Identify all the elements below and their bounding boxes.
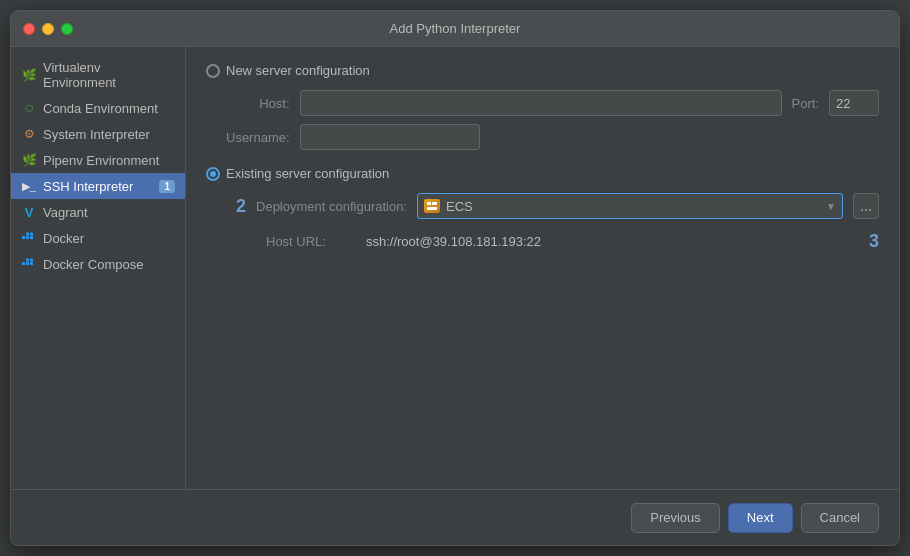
username-label: Username:	[226, 130, 290, 145]
host-url-value: ssh://root@39.108.181.193:22	[366, 234, 541, 249]
svg-rect-10	[427, 202, 431, 205]
existing-server-row[interactable]: Existing server configuration	[206, 166, 879, 181]
existing-server-radio[interactable]	[206, 167, 220, 181]
svg-rect-8	[26, 259, 29, 262]
docker-icon	[21, 230, 37, 246]
dialog: Add Python Interpreter 🌿 Virtualenv Envi…	[10, 10, 900, 546]
ellipsis-button[interactable]: ...	[853, 193, 879, 219]
sidebar-item-virtualenv[interactable]: 🌿 Virtualenv Environment	[11, 55, 185, 95]
deployment-config-label: Deployment configuration:	[256, 199, 407, 214]
host-label: Host:	[226, 96, 290, 111]
previous-button[interactable]: Previous	[631, 503, 720, 533]
docker-compose-icon	[21, 256, 37, 272]
minimize-button[interactable]	[42, 23, 54, 35]
sidebar: 🌿 Virtualenv Environment ○ Conda Environ…	[11, 47, 186, 489]
username-input[interactable]	[300, 124, 480, 150]
host-row: Port:	[300, 90, 879, 116]
port-input[interactable]	[829, 90, 879, 116]
vagrant-icon: V	[21, 204, 37, 220]
svg-rect-11	[432, 202, 437, 205]
existing-server-label: Existing server configuration	[226, 166, 389, 181]
ecs-icon	[424, 199, 440, 213]
svg-rect-3	[26, 233, 29, 236]
step3-number: 3	[869, 231, 879, 252]
svg-rect-2	[30, 236, 33, 239]
sidebar-item-docker[interactable]: Docker	[11, 225, 185, 251]
sidebar-item-conda[interactable]: ○ Conda Environment	[11, 95, 185, 121]
svg-rect-9	[30, 259, 33, 262]
deployment-dropdown[interactable]: ECS ▼	[417, 193, 843, 219]
step2-number: 2	[236, 197, 246, 215]
sidebar-label-docker-compose: Docker Compose	[43, 257, 143, 272]
svg-rect-12	[427, 207, 437, 210]
sidebar-label-ssh: SSH Interpreter	[43, 179, 133, 194]
svg-rect-0	[22, 236, 25, 239]
svg-rect-6	[26, 262, 29, 265]
server-form: Host: Port: Username:	[226, 90, 879, 150]
svg-rect-7	[30, 262, 33, 265]
svg-rect-4	[30, 233, 33, 236]
sidebar-item-docker-compose[interactable]: Docker Compose	[11, 251, 185, 277]
new-server-label: New server configuration	[226, 63, 370, 78]
window-controls	[23, 23, 73, 35]
sidebar-label-pipenv: Pipenv Environment	[43, 153, 159, 168]
sidebar-item-system[interactable]: ⚙ System Interpreter	[11, 121, 185, 147]
main-panel: New server configuration Host: Port: Use…	[186, 47, 899, 489]
deployment-value: ECS	[446, 199, 473, 214]
cancel-button[interactable]: Cancel	[801, 503, 879, 533]
bottom-bar: Previous Next Cancel	[11, 489, 899, 545]
sidebar-label-virtualenv: Virtualenv Environment	[43, 60, 175, 90]
content-area: 🌿 Virtualenv Environment ○ Conda Environ…	[11, 47, 899, 489]
new-server-row[interactable]: New server configuration	[206, 63, 879, 78]
sidebar-label-system: System Interpreter	[43, 127, 150, 142]
maximize-button[interactable]	[61, 23, 73, 35]
dropdown-arrow-icon: ▼	[826, 201, 836, 212]
virtualenv-icon: 🌿	[21, 67, 37, 83]
ssh-icon: ▶_	[21, 178, 37, 194]
close-button[interactable]	[23, 23, 35, 35]
svg-rect-1	[26, 236, 29, 239]
sidebar-item-vagrant[interactable]: V Vagrant	[11, 199, 185, 225]
next-button[interactable]: Next	[728, 503, 793, 533]
system-icon: ⚙	[21, 126, 37, 142]
ssh-badge: 1	[159, 180, 175, 193]
svg-rect-5	[22, 262, 25, 265]
sidebar-label-vagrant: Vagrant	[43, 205, 88, 220]
new-server-radio[interactable]	[206, 64, 220, 78]
deployment-row: 2 Deployment configuration: ECS ▼ ...	[236, 193, 879, 219]
host-url-label: Host URL:	[266, 234, 326, 249]
sidebar-item-ssh[interactable]: ▶_ SSH Interpreter 1	[11, 173, 185, 199]
sidebar-label-conda: Conda Environment	[43, 101, 158, 116]
pipenv-icon: 🌿	[21, 152, 37, 168]
title-bar: Add Python Interpreter	[11, 11, 899, 47]
sidebar-item-pipenv[interactable]: 🌿 Pipenv Environment	[11, 147, 185, 173]
conda-icon: ○	[21, 100, 37, 116]
host-input[interactable]	[300, 90, 782, 116]
port-label: Port:	[792, 96, 819, 111]
host-url-row: Host URL: ssh://root@39.108.181.193:22 3	[236, 231, 879, 252]
dialog-title: Add Python Interpreter	[390, 21, 521, 36]
sidebar-label-docker: Docker	[43, 231, 84, 246]
